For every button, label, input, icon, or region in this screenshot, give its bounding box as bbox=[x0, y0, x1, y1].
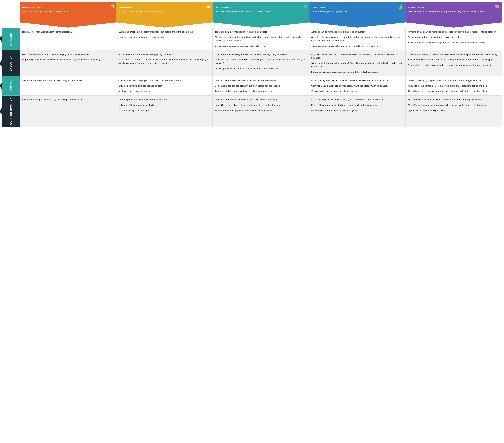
cell-text: Tasks are managed locally on physical bo… bbox=[118, 36, 211, 39]
cell-text: Any approved worker can build audits wit… bbox=[215, 79, 307, 82]
cell-text: Audits are digitized with text & videos,… bbox=[311, 79, 403, 82]
intelligent-icon: 🧠 bbox=[494, 4, 500, 9]
table-cell: Audits contain text, images, videos and/… bbox=[406, 76, 502, 95]
cell-text: Data registered during task execution is… bbox=[408, 64, 500, 67]
cell-text: SOP versioning is not managed bbox=[118, 109, 211, 112]
row-label-audits: AUDITS bbox=[2, 76, 20, 95]
cell-text: SOP contains text, images, videos and/or… bbox=[408, 98, 500, 101]
cell-text: Any approved worker can build an SOP wit… bbox=[215, 98, 307, 101]
header-digitized-title: DIGITIZED bbox=[311, 6, 325, 9]
cell-text: Tasks are not managed centrally; some pr… bbox=[22, 30, 114, 34]
cell-text: Central board is used to plan work at th… bbox=[215, 44, 307, 48]
cell-text: Some SOPs are defined globally, but then… bbox=[215, 103, 307, 107]
cell-text: An external system can send a task detai… bbox=[311, 36, 403, 42]
cell-text: Any user can access the list of assigned… bbox=[311, 53, 403, 60]
table-cell: SOP contains text, images, videos and/or… bbox=[406, 95, 502, 127]
cell-text: Tasks can be automatically assigned base… bbox=[408, 41, 500, 44]
table-cell: All tasks can be managed from a single d… bbox=[309, 28, 406, 50]
cell-text: Versioning is done automatically by the … bbox=[311, 109, 403, 112]
sporadic-icon: ⇄ bbox=[207, 4, 210, 9]
table-cell: Tasks are done in an ad hoc manner, rely… bbox=[20, 50, 116, 76]
cell-text: Tasks are done in an ad hoc manner, rely… bbox=[22, 53, 114, 56]
cell-text: Simple workflow automation can be define… bbox=[311, 62, 403, 69]
table-cell: No central management of audits, everyth… bbox=[20, 76, 116, 95]
cell-text: Some tasks are predefined at the beginni… bbox=[118, 53, 211, 56]
cell-text: Any external system can send and receive… bbox=[408, 36, 500, 39]
cell-text: No central management of SOPs, everythin… bbox=[22, 98, 114, 101]
row-label-planning: PLANNING bbox=[2, 28, 20, 50]
header-intelligent: 🧠 INTELLIGENT Task management can be don… bbox=[406, 2, 502, 28]
table-cell: No central management of SOPs, everythin… bbox=[20, 95, 116, 127]
main-container: ⊞ UNSTRUCTURED Tasks aren't managed cent… bbox=[0, 0, 504, 129]
cell-text: No central management of audits, everyth… bbox=[22, 79, 114, 82]
cell-text: Workflows are defined manually in each t… bbox=[215, 58, 307, 65]
header-empty bbox=[2, 2, 20, 28]
header-digitized-subtitle: Tasks are managed in a digital system bbox=[311, 10, 348, 13]
cell-text: Only a small group of people know how to… bbox=[118, 79, 211, 82]
cell-text: SOPs are defined, approved and archived … bbox=[215, 109, 307, 112]
header-sporadic-subtitle: Some tasks are managed in a centralized … bbox=[119, 10, 163, 13]
table-cell: Tasks are not managed centrally; some pr… bbox=[20, 28, 116, 50]
unstructured-icon: ⊞ bbox=[110, 4, 114, 9]
header-digitized: ☝ DIGITIZED Tasks are managed in a digit… bbox=[309, 2, 406, 28]
header-systematic: ⊕ SYSTEMATIC Tasks are managed regularly… bbox=[213, 2, 309, 28]
cell-text: Approval is based on intelligent rules bbox=[408, 109, 500, 112]
matrix-table: ⊞ UNSTRUCTURED Tasks aren't managed cent… bbox=[2, 2, 502, 127]
cell-text: All audits for the company are on a sing… bbox=[408, 84, 500, 88]
row-label-work-instruction: WORK INSTRUCTION bbox=[2, 95, 20, 127]
cell-text: Only few SOPs are defined globally bbox=[118, 103, 211, 107]
header-unstructured-subtitle: Tasks aren't managed centrally at the pl… bbox=[22, 10, 68, 13]
table-cell: SOPs are digitized with text & videos, a… bbox=[309, 95, 406, 127]
digitized-icon: ☝ bbox=[398, 4, 403, 9]
table-cell: Tasks are centrally managed using a comm… bbox=[213, 28, 309, 50]
cell-text: Overarching tasks are centrally managed,… bbox=[118, 30, 211, 34]
cell-text: Users have a list of assigned task distr… bbox=[215, 53, 307, 56]
cell-text: All SOPs for the company are on a single… bbox=[408, 103, 500, 107]
table-cell: Any approved worker can build audits wit… bbox=[213, 76, 309, 95]
cell-text: Audits are defined, approved and archive… bbox=[215, 90, 307, 93]
cell-text: Audit versioning is not managed bbox=[118, 90, 211, 93]
table-cell: A worker can directly access a task deta… bbox=[406, 50, 502, 76]
cell-text: Tasks can be assigned at the worker leve… bbox=[311, 44, 403, 48]
cell-text: Step for a given task are known in opera… bbox=[22, 58, 114, 61]
cell-text: All tasks can be managed from a single d… bbox=[311, 30, 403, 34]
table-cell: Some tasks are predefined at the beginni… bbox=[116, 50, 213, 76]
table-cell: Any user can access the list of assigned… bbox=[309, 50, 406, 76]
cell-text: External party or specialized workers bu… bbox=[118, 98, 211, 101]
cell-text: Follow-up actions or ideas can be regist… bbox=[311, 70, 403, 74]
cell-text: Some tasks are part of a broader workflo… bbox=[118, 58, 211, 65]
cell-text: Task outcome can lead to a workflow, cre… bbox=[408, 58, 500, 61]
header-sporadic: ⇄ SPORADIC Some tasks are managed in a c… bbox=[116, 2, 213, 28]
cell-text: Follow-up actions are done ad hoc or rep… bbox=[215, 67, 307, 70]
table-cell: Audits are digitized with text & videos,… bbox=[309, 76, 406, 95]
cell-text: Any kind of task can be managed and acce… bbox=[408, 30, 500, 34]
cell-text: Tasks are centrally managed using a comm… bbox=[215, 30, 307, 34]
cell-text: Audits contain text, images, videos and/… bbox=[408, 79, 500, 82]
cell-text: All audits for the company are on a sing… bbox=[408, 90, 500, 93]
row-label-execution: EXECUTION bbox=[2, 50, 20, 76]
table-cell: Overarching tasks are centrally managed,… bbox=[116, 28, 213, 50]
table-cell: Only a small group of people know how to… bbox=[116, 76, 213, 95]
table-cell: Any kind of task can be managed and acce… bbox=[406, 28, 502, 50]
cell-text: Commonly-used audits are defined globall… bbox=[311, 84, 403, 88]
table-cell: External party or specialized workers bu… bbox=[116, 95, 213, 127]
cell-text: Only a select few audits are defined glo… bbox=[118, 84, 211, 88]
header-systematic-title: SYSTEMATIC bbox=[215, 6, 232, 9]
header-systematic-subtitle: Tasks are managed regularly in a central… bbox=[215, 10, 270, 13]
table-cell: Any approved worker can build an SOP wit… bbox=[213, 95, 309, 127]
header-unstructured-title: UNSTRUCTURED bbox=[22, 6, 44, 9]
table-cell: Users have a list of assigned task distr… bbox=[213, 50, 309, 76]
header-intelligent-subtitle: Task management can be done from anywher… bbox=[408, 10, 484, 13]
header-intelligent-title: INTELLIGENT bbox=[408, 6, 426, 9]
cell-text: Versioning is done automatically by the … bbox=[311, 90, 403, 93]
header-sporadic-title: SPORADIC bbox=[119, 6, 133, 9]
cell-text: Some audits are defined globally, but th… bbox=[215, 84, 307, 88]
systematic-icon: ⊕ bbox=[303, 4, 307, 9]
cell-text: All tasks are added to the board (i.e., … bbox=[215, 36, 307, 42]
header-unstructured: ⊞ UNSTRUCTURED Tasks aren't managed cent… bbox=[20, 2, 116, 28]
cell-text: A worker can directly access a task deta… bbox=[408, 53, 500, 56]
cell-text: SOPs are digitized with text & videos, a… bbox=[311, 98, 403, 101]
cell-text: Main SOPs are defined globally and used … bbox=[311, 103, 403, 107]
